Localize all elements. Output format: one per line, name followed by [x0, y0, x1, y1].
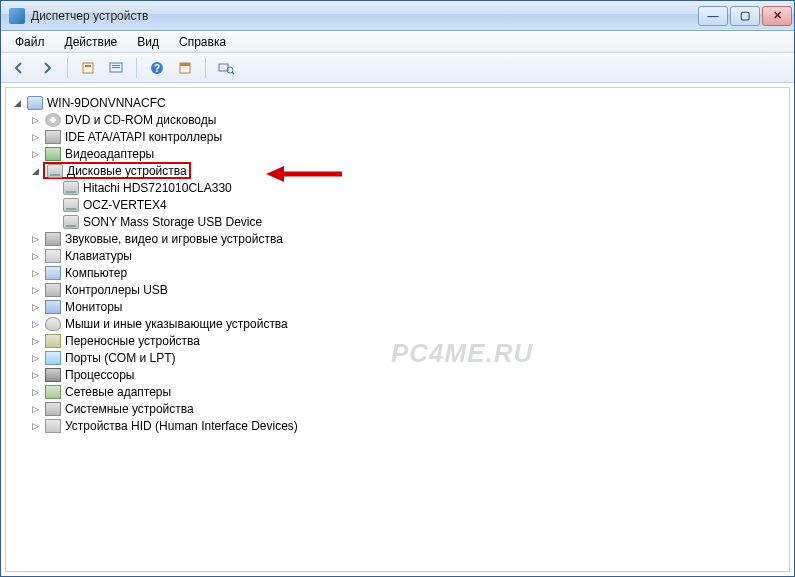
port-icon — [45, 334, 61, 348]
tree-node[interactable]: ▷Клавиатуры — [30, 247, 785, 264]
show-hidden-icon — [178, 61, 192, 75]
expand-icon[interactable]: ▷ — [30, 267, 41, 278]
tree-leaf[interactable]: SONY Mass Storage USB Device — [48, 213, 785, 230]
properties-box-icon — [81, 61, 95, 75]
tree-node[interactable]: ▷Контроллеры USB — [30, 281, 785, 298]
tree-node[interactable]: ▷Компьютер — [30, 264, 785, 281]
app-icon — [9, 8, 25, 24]
expand-icon[interactable]: ▷ — [30, 403, 41, 414]
tree-node[interactable]: ▷Порты (COM и LPT) — [30, 349, 785, 366]
menu-file[interactable]: Файл — [5, 32, 55, 52]
disk-drive-icon — [63, 181, 79, 195]
expand-icon[interactable]: ▷ — [30, 420, 41, 431]
toolbar-separator — [67, 58, 68, 78]
maximize-button[interactable]: ▢ — [730, 6, 760, 26]
console-icon — [109, 61, 123, 75]
node-label: Контроллеры USB — [65, 283, 168, 297]
tree-node[interactable]: ▷Звуковые, видео и игровые устройства — [30, 230, 785, 247]
tree-node[interactable]: ▷Видеоадаптеры — [30, 145, 785, 162]
expand-icon[interactable]: ▷ — [30, 386, 41, 397]
node-label: Сетевые адаптеры — [65, 385, 171, 399]
node-label: Устройства HID (Human Interface Devices) — [65, 419, 298, 433]
svg-line-11 — [232, 72, 234, 74]
collapse-icon[interactable]: ◢ — [12, 97, 23, 108]
highlighted-node: Дисковые устройства — [43, 162, 191, 179]
console-button[interactable] — [104, 56, 128, 80]
cd-icon — [45, 113, 61, 127]
tree-node[interactable]: ▷DVD и CD-ROM дисководы — [30, 111, 785, 128]
node-label: Переносные устройства — [65, 334, 200, 348]
scan-hardware-button[interactable] — [214, 56, 238, 80]
disk-icon — [47, 164, 63, 178]
node-label: IDE ATA/ATAPI контроллеры — [65, 130, 222, 144]
node-label: Hitachi HDS721010CLA330 — [83, 181, 232, 195]
expand-icon[interactable]: ▷ — [30, 114, 41, 125]
computer-icon — [27, 96, 43, 110]
toolbar-separator — [136, 58, 137, 78]
window-buttons: — ▢ ✕ — [698, 6, 792, 26]
expand-icon[interactable]: ▷ — [30, 301, 41, 312]
svg-rect-3 — [112, 65, 120, 66]
titlebar[interactable]: Диспетчер устройств — ▢ ✕ — [1, 1, 794, 31]
device-manager-window: Диспетчер устройств — ▢ ✕ Файл Действие … — [0, 0, 795, 577]
expand-icon[interactable]: ▷ — [30, 284, 41, 295]
device-tree: ◢ WIN-9DONVNNACFC ▷DVD и CD-ROM дисковод… — [10, 94, 785, 434]
node-label: OCZ-VERTEX4 — [83, 198, 167, 212]
node-label: Компьютер — [65, 266, 127, 280]
root-label: WIN-9DONVNNACFC — [47, 96, 166, 110]
tree-leaf[interactable]: OCZ-VERTEX4 — [48, 196, 785, 213]
tree-root[interactable]: ◢ WIN-9DONVNNACFC — [12, 94, 785, 111]
sound-icon — [45, 232, 61, 246]
forward-button[interactable] — [35, 56, 59, 80]
menu-view[interactable]: Вид — [127, 32, 169, 52]
kb-icon — [45, 249, 61, 263]
tree-node[interactable]: ▷Мыши и иные указывающие устройства — [30, 315, 785, 332]
expand-icon[interactable]: ▷ — [30, 233, 41, 244]
node-label: Видеоадаптеры — [65, 147, 154, 161]
close-button[interactable]: ✕ — [762, 6, 792, 26]
back-button[interactable] — [7, 56, 31, 80]
svg-rect-0 — [83, 63, 93, 73]
menu-help[interactable]: Справка — [169, 32, 236, 52]
collapse-icon[interactable]: ◢ — [30, 165, 41, 176]
help-icon: ? — [150, 61, 164, 75]
tree-node[interactable]: ▷Процессоры — [30, 366, 785, 383]
tree-node[interactable]: ▷Устройства HID (Human Interface Devices… — [30, 417, 785, 434]
video-icon — [45, 147, 61, 161]
tree-leaf[interactable]: Hitachi HDS721010CLA330 — [48, 179, 785, 196]
tree-node[interactable]: ▷Сетевые адаптеры — [30, 383, 785, 400]
expand-icon[interactable]: ▷ — [30, 148, 41, 159]
mouse-icon — [45, 317, 61, 331]
tree-view[interactable]: ◢ WIN-9DONVNNACFC ▷DVD и CD-ROM дисковод… — [5, 87, 790, 572]
expand-icon[interactable]: ▷ — [30, 318, 41, 329]
toolbar-separator — [205, 58, 206, 78]
expand-icon[interactable]: ▷ — [30, 335, 41, 346]
tree-node[interactable]: ▷Системные устройства — [30, 400, 785, 417]
expand-icon[interactable]: ▷ — [30, 131, 41, 142]
tree-node[interactable]: ▷IDE ATA/ATAPI контроллеры — [30, 128, 785, 145]
disk-drive-icon — [63, 215, 79, 229]
node-label: Звуковые, видео и игровые устройства — [65, 232, 283, 246]
node-label: Мониторы — [65, 300, 122, 314]
node-label: Порты (COM и LPT) — [65, 351, 176, 365]
cpu-icon — [45, 368, 61, 382]
back-icon — [12, 61, 26, 75]
properties-box-button[interactable] — [76, 56, 100, 80]
menubar: Файл Действие Вид Справка — [1, 31, 794, 53]
scan-icon — [218, 61, 234, 75]
expand-icon[interactable]: ▷ — [30, 369, 41, 380]
show-hidden-button[interactable] — [173, 56, 197, 80]
sys-icon — [45, 402, 61, 416]
expand-icon[interactable]: ▷ — [30, 250, 41, 261]
expand-icon[interactable]: ▷ — [30, 352, 41, 363]
svg-rect-1 — [85, 65, 91, 67]
help-button[interactable]: ? — [145, 56, 169, 80]
ide-icon — [45, 130, 61, 144]
tree-node[interactable]: ▷Переносные устройства — [30, 332, 785, 349]
menu-action[interactable]: Действие — [55, 32, 128, 52]
node-label: Дисковые устройства — [67, 164, 187, 178]
tree-node[interactable]: ◢Дисковые устройства — [30, 162, 785, 179]
minimize-button[interactable]: — — [698, 6, 728, 26]
net-icon — [45, 385, 61, 399]
tree-node[interactable]: ▷Мониторы — [30, 298, 785, 315]
